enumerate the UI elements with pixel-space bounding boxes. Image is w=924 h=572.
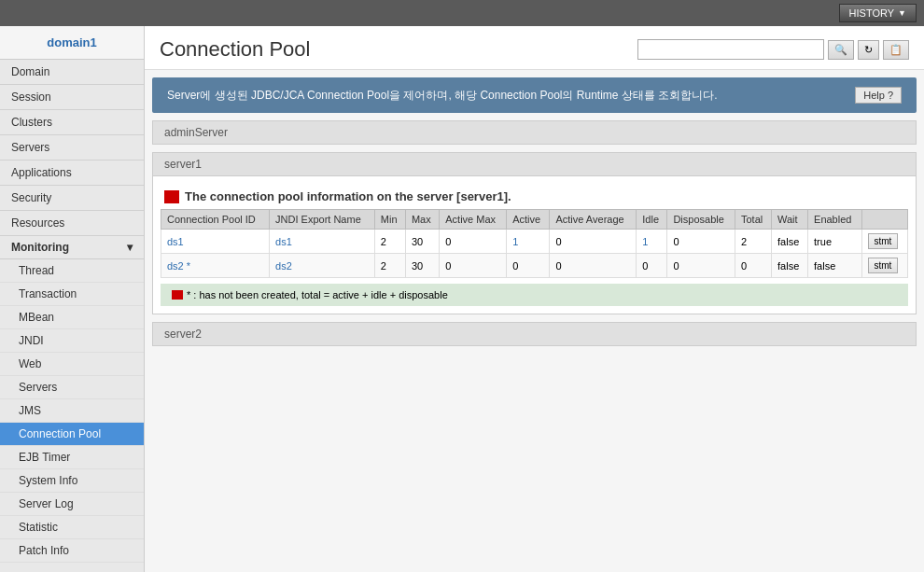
connection-pool-table: Connection Pool ID JNDI Export Name Min … [161,209,908,278]
export-button[interactable]: 📋 [883,40,909,60]
sidebar: domain1 Domain Session Clusters Servers … [0,26,145,572]
admin-server-section: adminServer [152,120,917,145]
cell-active-max: 0 [440,230,507,254]
cell-total: 2 [735,230,771,254]
col-active-max: Active Max [440,210,507,230]
search-button[interactable]: 🔍 [828,40,854,60]
cell-active-max: 0 [440,254,507,278]
note-bar: * : has not been created, total = active… [161,284,908,306]
sidebar-item-session[interactable]: Session [0,85,144,110]
sidebar-sub-web[interactable]: Web [0,353,144,376]
chevron-icon: ▾ [127,241,133,254]
sidebar-sub-connection-pool[interactable]: Connection Pool [0,423,144,446]
cell-pool-id[interactable]: ds2 * [161,254,270,278]
cell-pool-id[interactable]: ds1 [161,230,270,254]
sidebar-sub-server-log[interactable]: Server Log [0,493,144,516]
sidebar-sub-system-info[interactable]: System Info [0,469,144,493]
cell-active: 0 [507,254,550,278]
server1-header[interactable]: server1 [152,152,917,176]
cell-active-avg: 0 [550,254,637,278]
cell-min: 2 [374,254,405,278]
cell-max: 30 [405,230,439,254]
red-flag-icon [164,190,179,203]
sidebar-sub-jndi[interactable]: JNDI [0,329,144,353]
cell-min: 2 [374,230,405,254]
server1-content: The connection pool information on the s… [152,176,917,314]
col-pool-id: Connection Pool ID [161,210,270,230]
history-button[interactable]: HISTORY [839,4,917,22]
cell-wait: false [772,254,808,278]
sidebar-sub-thread[interactable]: Thread [0,259,144,283]
cell-enabled: true [808,230,861,254]
sidebar-domain[interactable]: domain1 [0,26,144,60]
cell-disposable: 0 [667,254,735,278]
search-input[interactable] [637,39,824,60]
cell-active-avg: 0 [550,230,637,254]
col-disposable: Disposable [667,210,735,230]
table-row: ds2 * ds2 2 30 0 0 0 0 0 0 false false s… [161,254,908,278]
sidebar-sub-patch-info[interactable]: Patch Info [0,539,144,563]
server2-section: server2 [152,322,917,346]
refresh-button[interactable]: ↻ [858,40,879,60]
cell-wait: false [772,230,808,254]
server1-section: server1 The connection pool information … [152,152,917,314]
page-header: Connection Pool 🔍 ↻ 📋 [145,26,924,70]
top-bar: HISTORY [0,0,924,26]
sidebar-sub-statistic[interactable]: Statistic [0,516,144,539]
sidebar-sub-servers[interactable]: Servers [0,376,144,399]
cell-idle: 0 [637,254,667,278]
description-text: Server에 생성된 JDBC/JCA Connection Pool을 제어… [167,87,844,104]
sidebar-item-clusters[interactable]: Clusters [0,110,144,135]
sidebar-item-resources[interactable]: Resources [0,211,144,236]
sidebar-sub-ejb-timer[interactable]: EJB Timer [0,446,144,469]
note-flag-icon [172,290,183,300]
col-active-avg: Active Average [550,210,637,230]
cell-jndi[interactable]: ds1 [270,230,375,254]
cell-idle: 1 [637,230,667,254]
stmt-button[interactable]: stmt [868,258,899,273]
col-enabled: Enabled [808,210,861,230]
cell-active: 1 [507,230,550,254]
server2-header[interactable]: server2 [152,322,917,346]
cell-disposable: 0 [667,230,735,254]
description-bar: Server에 생성된 JDBC/JCA Connection Pool을 제어… [152,77,917,113]
note-text: * : has not been created, total = active… [187,289,448,300]
sidebar-item-applications[interactable]: Applications [0,160,144,186]
cell-jndi[interactable]: ds2 [270,254,375,278]
cell-stmt[interactable]: stmt [861,254,907,278]
col-max: Max [405,210,439,230]
server1-section-title: The connection pool information on the s… [161,184,908,209]
col-idle: Idle [637,210,667,230]
header-tools: 🔍 ↻ 📋 [637,39,909,60]
sidebar-item-servers[interactable]: Servers [0,135,144,160]
sidebar-sub-transaction[interactable]: Transaction [0,283,144,306]
main-layout: domain1 Domain Session Clusters Servers … [0,26,924,572]
col-min: Min [374,210,405,230]
cell-max: 30 [405,254,439,278]
col-jndi: JNDI Export Name [270,210,375,230]
col-active: Active [507,210,550,230]
sidebar-monitoring-section[interactable]: Monitoring ▾ [0,236,144,259]
sidebar-item-domain[interactable]: Domain [0,60,144,85]
content-area: Connection Pool 🔍 ↻ 📋 Server에 생성된 JDBC/J… [145,26,924,572]
table-row: ds1 ds1 2 30 0 1 0 1 0 2 false true stmt [161,230,908,254]
col-wait: Wait [772,210,808,230]
admin-server-header[interactable]: adminServer [152,120,917,145]
sidebar-sub-jms[interactable]: JMS [0,399,144,423]
sidebar-item-security[interactable]: Security [0,186,144,211]
sidebar-sub-mbean[interactable]: MBean [0,306,144,329]
cell-enabled: false [808,254,861,278]
cell-stmt[interactable]: stmt [861,230,907,254]
cell-total: 0 [735,254,771,278]
col-action [861,210,907,230]
col-total: Total [735,210,771,230]
help-button[interactable]: Help ? [855,87,902,104]
stmt-button[interactable]: stmt [868,233,899,249]
server1-title-text: The connection pool information on the s… [185,189,511,203]
page-title: Connection Pool [160,37,310,62]
